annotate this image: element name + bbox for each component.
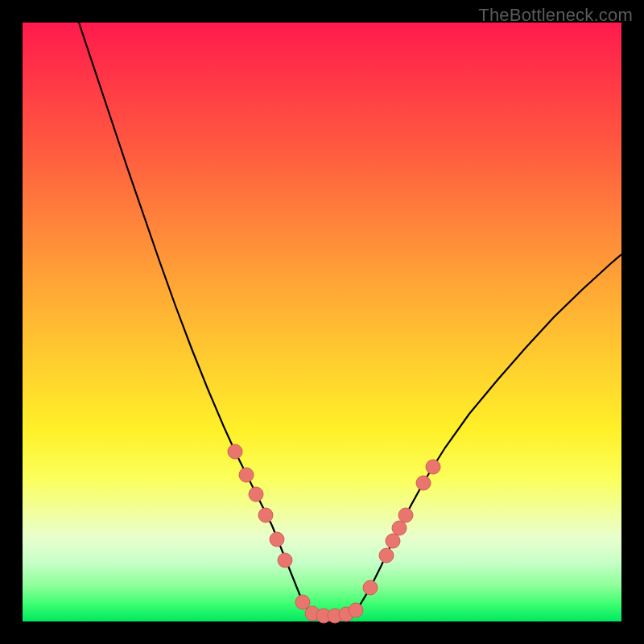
highlight-dot bbox=[278, 553, 292, 568]
highlight-dot bbox=[386, 534, 400, 548]
chart-overlay bbox=[23, 23, 621, 621]
highlight-dot bbox=[363, 580, 378, 595]
highlight-dot bbox=[426, 460, 440, 474]
highlight-dot bbox=[295, 595, 310, 609]
highlight-dot bbox=[228, 444, 242, 459]
highlight-dot bbox=[416, 476, 431, 490]
bottleneck-curve-right bbox=[353, 254, 621, 613]
highlight-dot bbox=[270, 532, 284, 547]
highlight-dot bbox=[349, 603, 363, 617]
highlight-dot bbox=[379, 548, 394, 563]
highlight-dot bbox=[249, 487, 263, 502]
bottleneck-curve-left bbox=[79, 23, 312, 613]
highlight-dot bbox=[258, 508, 273, 522]
highlight-dots-group bbox=[228, 444, 440, 623]
highlight-dot bbox=[239, 468, 254, 482]
highlight-dot bbox=[392, 521, 407, 535]
highlight-dot bbox=[398, 508, 413, 522]
